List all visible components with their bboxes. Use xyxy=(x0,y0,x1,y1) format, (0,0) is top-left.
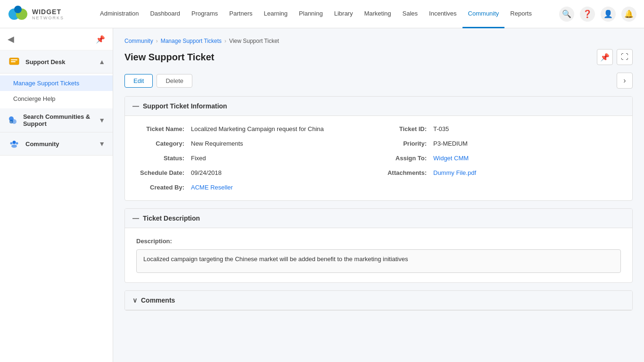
next-arrow-button[interactable]: › xyxy=(617,73,633,89)
help-button[interactable]: ❓ xyxy=(580,7,595,22)
svg-rect-5 xyxy=(11,61,16,62)
page-header-actions: 📌 ⛶ xyxy=(597,49,633,65)
nav-administration[interactable]: Administration xyxy=(94,0,144,28)
ticket-name-value: Localized Marketing Campaign request for… xyxy=(191,125,324,132)
ticket-attachments-label: Attachments: xyxy=(379,169,430,176)
user-button[interactable]: 👤 xyxy=(601,7,616,22)
logo-sub: NETWORKS xyxy=(32,16,64,20)
sidebar-section-header-search-left: Search Communities & Support xyxy=(8,113,99,127)
nav-sales[interactable]: Sales xyxy=(397,0,424,28)
main-layout: ◀ 📌 Support Desk ▲ xyxy=(0,28,644,362)
svg-point-8 xyxy=(9,120,13,123)
ticket-category-label: Category: xyxy=(136,140,188,147)
ticket-schedule-field: Schedule Date: 09/24/2018 xyxy=(136,169,379,176)
ticket-assign-label: Assign To: xyxy=(379,155,430,162)
svg-point-2 xyxy=(14,6,22,13)
manage-tickets-label: Manage Support Tickets xyxy=(13,80,79,87)
edit-button[interactable]: Edit xyxy=(124,74,153,88)
logo[interactable]: WIDGET NETWORKS xyxy=(8,4,83,25)
ticket-status-value: Fixed xyxy=(191,155,206,162)
ticket-status-field: Status: Fixed xyxy=(136,155,379,162)
comments-title: Comments xyxy=(141,296,175,304)
ticket-info-panel-header[interactable]: — Support Ticket Information xyxy=(125,97,632,116)
action-bar-left: Edit Delete xyxy=(124,74,192,88)
comments-panel-header[interactable]: ∨ Comments xyxy=(125,291,632,310)
top-navigation: WIDGET NETWORKS Administration Dashboard… xyxy=(0,0,644,28)
logo-text-group: WIDGET NETWORKS xyxy=(32,8,64,20)
nav-incentives[interactable]: Incentives xyxy=(423,0,462,28)
page-header: View Support Ticket 📌 ⛶ xyxy=(124,49,633,65)
support-desk-icon xyxy=(8,55,21,68)
sidebar-pin-button[interactable]: 📌 xyxy=(96,35,105,44)
breadcrumb-community[interactable]: Community xyxy=(124,38,153,44)
ticket-assign-field: Assign To: Widget CMM xyxy=(379,155,621,162)
ticket-info-panel: — Support Ticket Information Ticket Name… xyxy=(124,96,633,201)
logo-svg xyxy=(8,4,28,25)
community-icon xyxy=(8,137,21,150)
sidebar-section-header-community[interactable]: Community ▼ xyxy=(0,132,113,156)
description-label: Description: xyxy=(136,238,621,245)
ticket-name-field: Ticket Name: Localized Marketing Campaig… xyxy=(136,125,379,132)
ticket-schedule-label: Schedule Date: xyxy=(136,169,188,176)
ticket-created-field: Created By: ACME Reseller xyxy=(136,184,379,191)
description-box: Localized campaign targeting the Chinese… xyxy=(136,249,621,273)
search-button[interactable]: 🔍 xyxy=(559,7,574,22)
community-chevron: ▼ xyxy=(99,140,105,148)
pin-page-button[interactable]: 📌 xyxy=(597,49,613,65)
breadcrumb-manage-tickets[interactable]: Manage Support Tickets xyxy=(161,38,222,44)
svg-point-11 xyxy=(10,142,13,145)
nav-partners[interactable]: Partners xyxy=(223,0,258,28)
ticket-priority-label: Priority: xyxy=(379,140,430,147)
ticket-priority-field: Priority: P3-MEDIUM xyxy=(379,140,621,147)
comments-panel: ∨ Comments xyxy=(124,290,633,311)
support-desk-chevron: ▲ xyxy=(99,58,105,66)
sidebar: ◀ 📌 Support Desk ▲ xyxy=(0,28,113,362)
nav-learning[interactable]: Learning xyxy=(258,0,293,28)
sidebar-top-actions: ◀ 📌 xyxy=(0,28,113,50)
ticket-description-panel-body: Description: Localized campaign targetin… xyxy=(125,228,632,282)
logo-brand: WIDGET xyxy=(32,8,64,16)
svg-point-10 xyxy=(11,145,17,148)
ticket-status-label: Status: xyxy=(136,155,188,162)
ticket-info-left: Ticket Name: Localized Marketing Campaig… xyxy=(136,125,379,191)
ticket-attachments-field: Attachments: Dummy File.pdf xyxy=(379,169,621,176)
nav-planning[interactable]: Planning xyxy=(293,0,329,28)
ticket-description-panel-header[interactable]: — Ticket Description xyxy=(125,209,632,228)
nav-library[interactable]: Library xyxy=(329,0,359,28)
nav-reports[interactable]: Reports xyxy=(504,0,537,28)
comments-collapse-icon: ∨ xyxy=(132,296,137,304)
sidebar-section-header-search[interactable]: Search Communities & Support ▼ xyxy=(0,108,113,132)
ticket-info-title: Support Ticket Information xyxy=(143,102,227,110)
sidebar-item-concierge-help[interactable]: Concierge Help xyxy=(0,91,113,107)
ticket-info-panel-body: Ticket Name: Localized Marketing Campaig… xyxy=(125,116,632,200)
svg-point-9 xyxy=(13,141,16,144)
sidebar-item-manage-tickets[interactable]: Manage Support Tickets xyxy=(0,75,113,91)
nav-marketing[interactable]: Marketing xyxy=(358,0,396,28)
ticket-created-value[interactable]: ACME Reseller xyxy=(191,184,233,191)
ticket-schedule-value: 09/24/2018 xyxy=(191,169,222,176)
ticket-priority-value: P3-MEDIUM xyxy=(433,140,468,147)
expand-page-button[interactable]: ⛶ xyxy=(617,49,633,65)
breadcrumb-current: View Support Ticket xyxy=(229,38,279,44)
ticket-id-value: T-035 xyxy=(433,125,449,132)
ticket-description-collapse-icon: — xyxy=(132,214,139,222)
sidebar-section-community: Community ▼ xyxy=(0,132,113,156)
search-communities-icon xyxy=(8,114,18,127)
action-bar: Edit Delete › xyxy=(124,73,633,89)
nav-dashboard[interactable]: Dashboard xyxy=(144,0,186,28)
sidebar-section-header-community-left: Community xyxy=(8,137,59,150)
ticket-category-field: Category: New Requirements xyxy=(136,140,379,147)
ticket-info-collapse-icon: — xyxy=(132,102,139,110)
nav-programs[interactable]: Programs xyxy=(186,0,223,28)
delete-button[interactable]: Delete xyxy=(157,74,192,88)
sidebar-section-header-support-desk[interactable]: Support Desk ▲ xyxy=(0,50,113,74)
breadcrumb-sep-1: › xyxy=(156,38,158,44)
sidebar-collapse-button[interactable]: ◀ xyxy=(8,34,14,44)
notifications-button[interactable]: 🔔 xyxy=(621,7,636,22)
svg-point-12 xyxy=(16,142,18,145)
nav-community[interactable]: Community xyxy=(462,0,505,28)
ticket-attachments-value[interactable]: Dummy File.pdf xyxy=(433,169,476,176)
ticket-assign-value[interactable]: Widget CMM xyxy=(433,155,469,162)
sidebar-section-search-communities: Search Communities & Support ▼ xyxy=(0,108,113,132)
ticket-category-value: New Requirements xyxy=(191,140,243,147)
